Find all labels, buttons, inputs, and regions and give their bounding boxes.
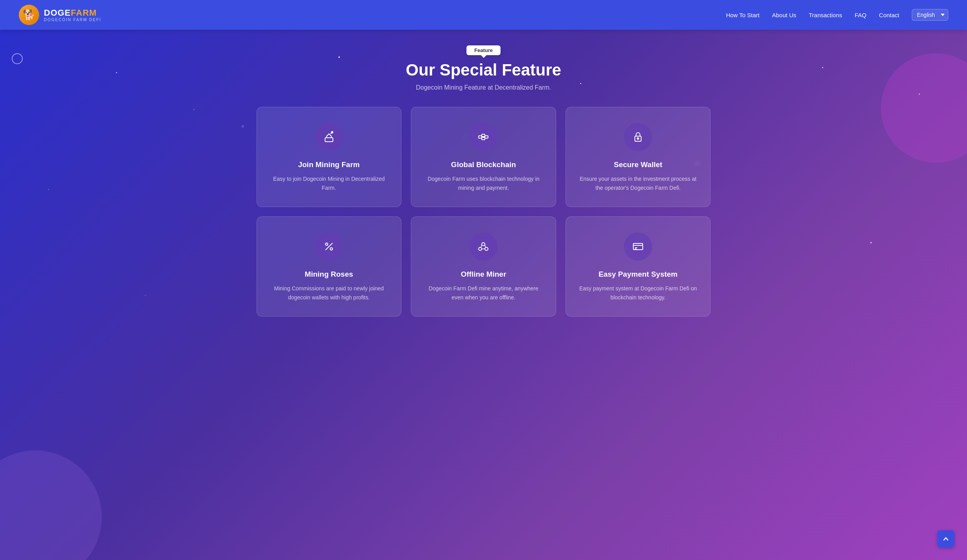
svg-point-13	[482, 243, 485, 246]
join-mining-desc: Easy to join Dogecoin Mining in Decentra…	[269, 175, 389, 193]
svg-point-15	[485, 247, 488, 250]
feature-badge: Feature	[466, 45, 501, 55]
card-global-blockchain: Global Blockchain Dogecoin Farm uses blo…	[411, 107, 556, 207]
svg-point-1	[331, 131, 333, 133]
global-blockchain-desc: Dogecoin Farm uses blockchain technology…	[424, 175, 543, 193]
card-easy-payment: Easy Payment System Easy payment system …	[566, 216, 711, 317]
card-mining-roses: Mining Roses Mining Commissions are paid…	[257, 216, 402, 317]
secure-wallet-icon-circle	[624, 123, 652, 151]
main-section: Feature Our Special Feature Dogecoin Min…	[0, 30, 967, 560]
blockchain-icon	[477, 131, 490, 143]
easy-payment-title: Easy Payment System	[598, 270, 678, 279]
secure-wallet-desc: Ensure your assets in the investment pro…	[578, 175, 698, 193]
svg-line-16	[481, 245, 482, 247]
logo-doge: DOGE	[44, 8, 71, 18]
chevron-up-icon	[942, 535, 950, 543]
navbar: 🐕 DOGE FARM DOGECOIN FARM DEFI How To St…	[0, 0, 967, 30]
svg-rect-2	[479, 136, 482, 138]
bg-decor-circle-1	[0, 450, 102, 560]
secure-wallet-title: Secure Wallet	[614, 160, 662, 169]
back-to-top-button[interactable]	[937, 530, 954, 547]
cards-grid: Join Mining Farm Easy to join Dogecoin M…	[257, 107, 711, 317]
join-mining-icon-circle	[315, 123, 343, 151]
svg-rect-19	[633, 243, 643, 250]
mining-roses-icon-circle	[315, 232, 343, 261]
logo-farm: FARM	[71, 8, 97, 18]
svg-rect-4	[485, 136, 488, 138]
nav-links: How To Start About Us Transactions FAQ C…	[726, 9, 948, 21]
nav-faq[interactable]: FAQ	[855, 12, 866, 18]
offline-miner-icon-circle	[469, 232, 497, 261]
feature-badge-label: Feature	[474, 47, 493, 53]
section-subtitle: Dogecoin Mining Feature at Decentralized…	[31, 84, 936, 91]
offline-miner-title: Offline Miner	[461, 270, 506, 279]
easy-payment-icon-circle	[624, 232, 652, 261]
svg-point-9	[637, 138, 639, 139]
logo-text-wrap: DOGE FARM DOGECOIN FARM DEFI	[44, 8, 101, 22]
percent-icon	[323, 240, 335, 253]
svg-line-12	[325, 243, 333, 250]
nav-how-to-start[interactable]: How To Start	[726, 12, 760, 18]
language-select[interactable]: English 中文 Español 한국어	[912, 9, 948, 21]
offline-icon	[477, 240, 490, 253]
mining-roses-desc: Mining Commissions are paid to newly joi…	[269, 284, 389, 302]
svg-point-14	[479, 247, 482, 250]
easy-payment-desc: Easy payment system at Dogecoin Farm Def…	[578, 284, 698, 302]
svg-rect-0	[325, 138, 333, 142]
svg-rect-5	[482, 137, 485, 140]
logo-subtitle: DOGECOIN FARM DEFI	[44, 18, 101, 22]
join-mining-title: Join Mining Farm	[298, 160, 360, 169]
wallet-lock-icon	[632, 131, 644, 143]
mining-icon	[323, 131, 335, 143]
offline-miner-desc: Dogecoin Farm Defi mine anytime, anywher…	[424, 284, 543, 302]
global-blockchain-icon-circle	[469, 123, 497, 151]
section-title: Our Special Feature	[31, 61, 936, 79]
payment-icon	[632, 240, 644, 253]
mining-roses-title: Mining Roses	[305, 270, 353, 279]
svg-rect-3	[482, 134, 485, 137]
feature-badge-wrap: Feature	[31, 45, 936, 55]
card-join-mining: Join Mining Farm Easy to join Dogecoin M…	[257, 107, 402, 207]
card-offline-miner: Offline Miner Dogecoin Farm Defi mine an…	[411, 216, 556, 317]
svg-point-10	[325, 243, 328, 245]
logo-area[interactable]: 🐕 DOGE FARM DOGECOIN FARM DEFI	[19, 5, 101, 25]
svg-line-17	[485, 245, 486, 247]
logo-icon: 🐕	[19, 5, 39, 25]
nav-transactions[interactable]: Transactions	[809, 12, 842, 18]
bg-decor-circle-3	[12, 53, 23, 64]
nav-about-us[interactable]: About Us	[772, 12, 796, 18]
svg-point-11	[330, 248, 333, 250]
nav-contact[interactable]: Contact	[879, 12, 899, 18]
global-blockchain-title: Global Blockchain	[451, 160, 516, 169]
card-secure-wallet: Secure Wallet Ensure your assets in the …	[566, 107, 711, 207]
